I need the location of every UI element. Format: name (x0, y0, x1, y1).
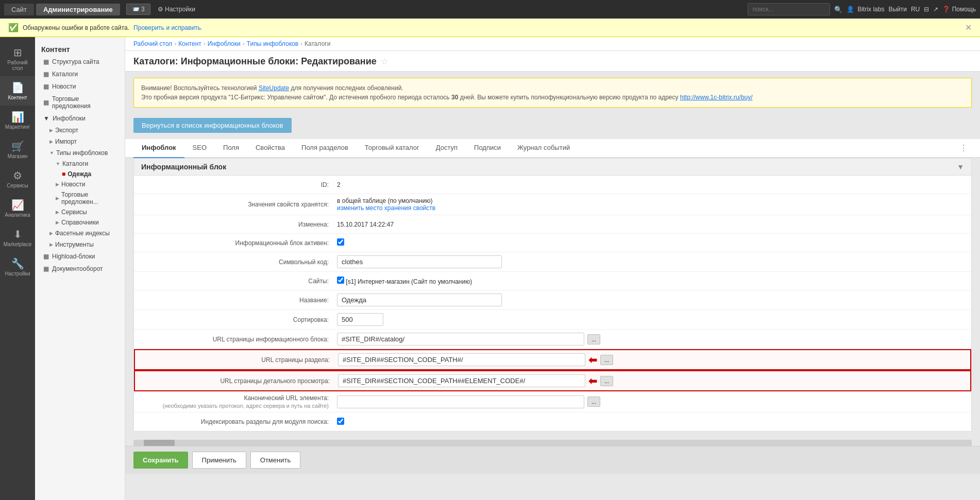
nav-services-sub[interactable]: ▶ Сервисы (35, 207, 125, 217)
search-input[interactable] (748, 3, 830, 15)
site-button[interactable]: Сайт (4, 4, 34, 15)
tab-infoblock[interactable]: Инфоблок (133, 139, 184, 158)
sidebar-item-content[interactable]: 📄 Контент (0, 76, 35, 106)
url-detail-wrap: ⬅ ... (338, 374, 963, 387)
storage-link[interactable]: изменить место хранения свойств (337, 204, 435, 212)
active-value (337, 238, 964, 247)
url-page-input[interactable] (337, 333, 584, 346)
sidebar-item-settings[interactable]: 🔧 Настройки (0, 252, 35, 282)
admin-button[interactable]: Администрирование (36, 4, 120, 15)
index-label: Индексировать разделы для модуля поиска: (141, 418, 337, 425)
back-button[interactable]: Вернуться в список информационных блоков (133, 118, 292, 133)
tab-trade-catalog[interactable]: Торговый каталог (357, 139, 428, 158)
sidebar-item-analytics[interactable]: 📈 Аналитика (0, 194, 35, 223)
tab-events[interactable]: Журнал событий (509, 139, 578, 158)
minimize-button[interactable]: ⊟ (924, 6, 929, 13)
tab-access[interactable]: Доступ (428, 139, 466, 158)
page-header: Каталоги: Информационные блоки: Редактир… (125, 51, 980, 72)
services-icon: ⚙ (13, 169, 22, 182)
nav-trade-sub[interactable]: ▶ Торговые предложен... (35, 189, 125, 207)
apply-button[interactable]: Применить (192, 452, 246, 469)
breadcrumb-sep2: › (204, 40, 206, 47)
sidebar-label-desktop: Рабочий стол (2, 60, 33, 71)
tab-subscriptions[interactable]: Подписи (466, 139, 509, 158)
collapse-icon[interactable]: ▼ (957, 163, 964, 171)
nav-infoblocks[interactable]: ▼ Инфоблоки (35, 112, 125, 125)
breadcrumb-desktop[interactable]: Рабочий стол (133, 40, 172, 47)
tab-more-icon[interactable]: ⋮ (955, 139, 972, 157)
url-section-input[interactable] (338, 353, 585, 366)
settings-icon: 🔧 (11, 257, 24, 270)
trade-offers-icon: ▦ (43, 99, 49, 106)
settings-button[interactable]: ⚙ Настройки (153, 4, 200, 14)
expand-button[interactable]: ↗ (933, 6, 938, 13)
help-button[interactable]: ❓ Помощь (942, 6, 976, 13)
tab-seo[interactable]: SEO (184, 139, 215, 158)
tab-properties[interactable]: Свойства (247, 139, 293, 158)
sites-checkbox[interactable] (337, 277, 344, 284)
refs-triangle: ▶ (56, 220, 59, 225)
sidebar-item-desktop[interactable]: ⊞ Рабочий стол (0, 41, 35, 76)
sidebar-item-shop[interactable]: 🛒 Магазин (0, 135, 35, 164)
canonical-dots-button[interactable]: ... (587, 396, 600, 407)
alert-close[interactable]: ✕ (965, 23, 972, 32)
nav-refs[interactable]: ▶ Справочники (35, 217, 125, 228)
nav-catalogs-sub[interactable]: ▼ Каталоги (35, 159, 125, 169)
sidebar-label-services: Сервисы (7, 183, 28, 188)
url-section-dots-button[interactable]: ... (600, 355, 613, 365)
nav-trade-offers[interactable]: ▦ Торговые предложения (35, 93, 125, 112)
sidebar-item-marketplace[interactable]: ⬇ Marketplace (0, 223, 35, 252)
url-detail-input[interactable] (338, 374, 585, 387)
nav-export[interactable]: ▶ Экспорт (35, 125, 125, 136)
nav-site-structure[interactable]: ▦ Структура сайта (35, 56, 125, 68)
siteupdate-link[interactable]: SiteUpdate (259, 84, 289, 92)
tab-section-fields[interactable]: Поля разделов (293, 139, 357, 158)
nav-news[interactable]: ▦ Новости (35, 80, 125, 93)
notification-button[interactable]: 📨 3 (126, 4, 150, 15)
news-label: Новости (52, 83, 76, 90)
alert-link[interactable]: Проверить и исправить. (133, 24, 202, 31)
nav-docflow[interactable]: ▦ Документооборот (35, 263, 125, 275)
name-input[interactable] (337, 294, 502, 306)
url-detail-dots-button[interactable]: ... (600, 376, 613, 386)
form-row-changed: Изменена: 15.10.2017 14:22:47 (134, 215, 971, 234)
breadcrumb-content[interactable]: Контент (178, 40, 201, 47)
nav-clothing[interactable]: ■ Одежда (35, 169, 125, 179)
form-row-storage: Значения свойств хранятся: в общей табли… (134, 194, 971, 215)
horizontal-scrollbar[interactable] (133, 440, 972, 446)
page-title: Каталоги: Информационные блоки: Редактир… (133, 56, 377, 67)
sort-input[interactable] (337, 313, 383, 326)
tab-fields[interactable]: Поля (215, 139, 247, 158)
logout-button[interactable]: Выйти (888, 6, 907, 13)
nav-iblock-types[interactable]: ▼ Типы инфоблоков (35, 147, 125, 159)
scroll-thumb[interactable] (144, 440, 175, 446)
breadcrumb-infoblocks[interactable]: Инфоблоки (208, 40, 241, 47)
trade-sub-triangle: ▶ (56, 196, 59, 201)
nav-catalogs[interactable]: ▦ Каталоги (35, 68, 125, 80)
nav-import[interactable]: ▶ Импорт (35, 136, 125, 147)
storage-label: Значения свойств хранятся: (141, 201, 337, 208)
nav-tools[interactable]: ▶ Инструменты (35, 239, 125, 250)
index-checkbox[interactable] (337, 418, 344, 425)
save-button[interactable]: Сохранить (133, 452, 188, 469)
breadcrumb-iblock-types[interactable]: Типы инфоблоков (247, 40, 298, 47)
nav-highload[interactable]: ▦ Highload-блоки (35, 250, 125, 263)
code-input[interactable] (337, 255, 502, 268)
nav-facets[interactable]: ▶ Фасетные индексы (35, 228, 125, 239)
cancel-button[interactable]: Отменить (250, 452, 300, 469)
url-section-arrow: ⬅ (588, 354, 597, 366)
url-page-dots-button[interactable]: ... (587, 334, 600, 344)
search-icon[interactable]: 🔍 (834, 6, 842, 13)
canonical-label: Канонический URL элемента: (необходимо у… (141, 394, 337, 409)
language-selector[interactable]: RU (911, 6, 920, 13)
favorite-star-icon[interactable]: ☆ (381, 57, 388, 66)
trade-offers-label: Торговые предложения (52, 95, 119, 110)
changed-value: 15.10.2017 14:22:47 (337, 221, 964, 228)
sidebar-item-marketing[interactable]: 📊 Маркетинг (0, 106, 35, 135)
canonical-input[interactable] (337, 395, 584, 408)
sidebar-item-services[interactable]: ⚙ Сервисы (0, 164, 35, 194)
active-checkbox[interactable] (337, 238, 344, 246)
site-structure-icon: ▦ (43, 58, 49, 65)
nav-news-sub[interactable]: ▶ Новости (35, 179, 125, 189)
buy-link[interactable]: http://www.1c-bitrix.ru/buy/ (680, 94, 753, 101)
